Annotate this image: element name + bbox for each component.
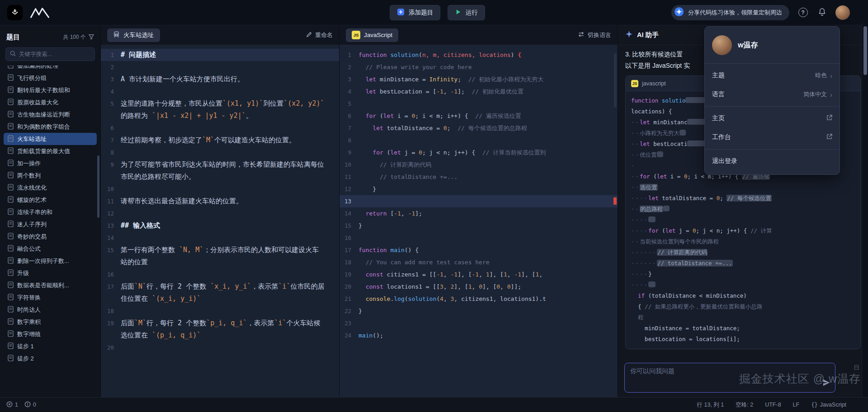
line-number: 23: [340, 317, 359, 329]
topbar-actions: 添加题目 运行: [390, 5, 485, 20]
language-tab[interactable]: JS JavaScript: [346, 28, 398, 42]
sidebar-scrollbar[interactable]: [97, 155, 99, 218]
problem-list-item[interactable]: 时尚达人: [4, 304, 97, 316]
problem-title: 时尚达人: [17, 306, 41, 314]
mountain-logo-icon[interactable]: [30, 7, 50, 19]
error-count[interactable]: 1: [6, 401, 18, 409]
problem-list-item[interactable]: 连续子串的和: [4, 206, 97, 218]
problem-list-item[interactable]: 古生物血缘远近判断: [4, 108, 97, 121]
problem-list-item[interactable]: 奇妙的交易: [4, 230, 97, 243]
filter-icon[interactable]: [89, 34, 94, 41]
problem-list-item[interactable]: 升级: [4, 267, 97, 279]
line-number: 21: [340, 293, 359, 305]
language-mode[interactable]: {} JavaScript: [811, 402, 846, 408]
problem-list-item[interactable]: 融合公式: [4, 243, 97, 255]
markdown-line: 7经过前期考察，初步选定了`M`个可以建造火车站的位置。: [101, 134, 339, 146]
search-input[interactable]: [19, 51, 87, 57]
scrollbar-thumb[interactable]: [863, 26, 867, 75]
problem-list-item[interactable]: 火车站选址: [4, 133, 97, 145]
ai-code-language: javascript: [642, 80, 666, 87]
problem-list-item[interactable]: 数据表是否能顺利...: [4, 279, 97, 291]
problem-title: 两个数列: [17, 172, 41, 180]
language-tab-label: JavaScript: [364, 32, 392, 38]
help-button[interactable]: ?: [797, 7, 808, 18]
chevron-right-icon: ›: [830, 91, 832, 98]
problem-list-item[interactable]: 叠加漏洞的处理: [4, 66, 97, 72]
promo-badge[interactable]: 分享代码练习体验，领限量定制周边: [671, 5, 789, 20]
add-question-button[interactable]: 添加题目: [390, 5, 440, 20]
eol-setting[interactable]: LF: [793, 402, 800, 408]
menu-item-home[interactable]: 主页: [705, 109, 840, 128]
user-avatar[interactable]: [835, 5, 850, 20]
editor-scrollbar[interactable]: [614, 53, 617, 108]
problem-list-item[interactable]: 数字乘积: [4, 316, 97, 328]
line-number: 22: [340, 305, 359, 317]
document-icon: [8, 66, 14, 70]
problem-list-item[interactable]: 飞行棋分组: [4, 72, 97, 84]
menu-item-language[interactable]: 语言 简体中文›: [705, 85, 840, 104]
error-marker: [613, 197, 617, 205]
document-icon: [8, 269, 14, 277]
problem-list-item[interactable]: 翻转后最大子数组和: [4, 84, 97, 96]
problem-list-item[interactable]: 字符替换: [4, 291, 97, 304]
run-button[interactable]: 运行: [448, 5, 485, 20]
switch-language-label: 切换语言: [588, 31, 611, 39]
ai-code-line: ····: [631, 280, 855, 290]
line-number: 11: [101, 195, 121, 207]
problem-list-item[interactable]: 螺旋的艺术: [4, 194, 97, 206]
encoding[interactable]: UTF-8: [765, 402, 781, 408]
problem-list-item[interactable]: 两个数列: [4, 169, 97, 182]
promo-label: 分享代码练习体验，领限量定制周边: [688, 9, 782, 17]
problem-markdown[interactable]: 1# 问题描述23A 市计划新建一个火车站方便市民出行。45这里的道路十分规整，…: [101, 45, 339, 397]
notification-button[interactable]: [816, 7, 827, 18]
problem-list-item[interactable]: 流水线优化: [4, 182, 97, 194]
problem-list-item[interactable]: 加一操作: [4, 157, 97, 169]
ai-code-line: ····}: [631, 269, 855, 280]
line-number: 19: [340, 268, 359, 281]
editor-lines: 1function solution(n, m, citizens, locat…: [340, 49, 618, 342]
markdown-line: 19后面`M`行，每行 2 个整数`p_i, q_i`，表示第`i`个火车站候选…: [101, 317, 339, 342]
train-icon: [113, 31, 120, 39]
problem-list-item[interactable]: 货船载货量的最大值: [4, 145, 97, 157]
problem-list-item[interactable]: 删除一次得到子数...: [4, 255, 97, 267]
document-icon: [8, 330, 14, 338]
line-number: 2: [101, 61, 121, 73]
document-icon: [8, 98, 14, 107]
problem-list-item[interactable]: 股票收益最大化: [4, 96, 97, 108]
menu-divider: [705, 63, 840, 64]
search-box[interactable]: [5, 47, 95, 61]
window-scrollbar[interactable]: [862, 23, 868, 397]
user-menu-profile[interactable]: w温存: [705, 29, 840, 61]
problem-list-item[interactable]: 徒步 1: [4, 340, 97, 352]
ai-code-line: if (totalDistance < minDistance): [631, 290, 855, 301]
problem-title: 融合公式: [17, 245, 41, 253]
menu-item-workspace[interactable]: 工作台: [705, 128, 840, 147]
document-icon: [8, 208, 14, 216]
menu-item-logout[interactable]: 退出登录: [705, 152, 840, 171]
problem-tab-title: 火车站选址: [123, 31, 154, 39]
problem-list-item[interactable]: 迷人子序列: [4, 218, 97, 230]
code-line: 4 let bestLocation = [-1, -1]; // 初始化最优位…: [340, 85, 618, 98]
cursor-position[interactable]: 行 13, 列 1: [697, 401, 724, 409]
juejin-logo-icon[interactable]: [7, 5, 23, 20]
indent-setting[interactable]: 空格: 2: [736, 401, 753, 409]
problem-list-item[interactable]: 徒步 2: [4, 352, 97, 365]
line-number: 4: [340, 85, 359, 98]
code-editor[interactable]: 1function solution(n, m, citizens, locat…: [340, 45, 618, 397]
menu-divider: [705, 149, 840, 150]
switch-language-button[interactable]: 切换语言: [578, 31, 611, 39]
switch-arrows-icon: [578, 32, 585, 38]
problem-list-item[interactable]: 和为偶数的数字组合: [4, 121, 97, 133]
problem-title: 股票收益最大化: [17, 98, 58, 107]
rename-button[interactable]: 重命名: [306, 31, 333, 39]
problem-list-item[interactable]: 数字增殖: [4, 328, 97, 340]
menu-item-theme[interactable]: 主题 暗色›: [705, 66, 840, 85]
warning-count[interactable]: 0: [24, 401, 36, 409]
markdown-line: 1# 问题描述: [101, 49, 339, 61]
line-number: 7: [101, 134, 121, 146]
markdown-line: 4: [101, 85, 339, 98]
problem-tab[interactable]: 火车站选址: [107, 28, 160, 42]
problem-title: 升级: [17, 269, 29, 277]
problem-title: 数字乘积: [17, 318, 41, 326]
code-line: 17function main() {: [340, 244, 618, 256]
